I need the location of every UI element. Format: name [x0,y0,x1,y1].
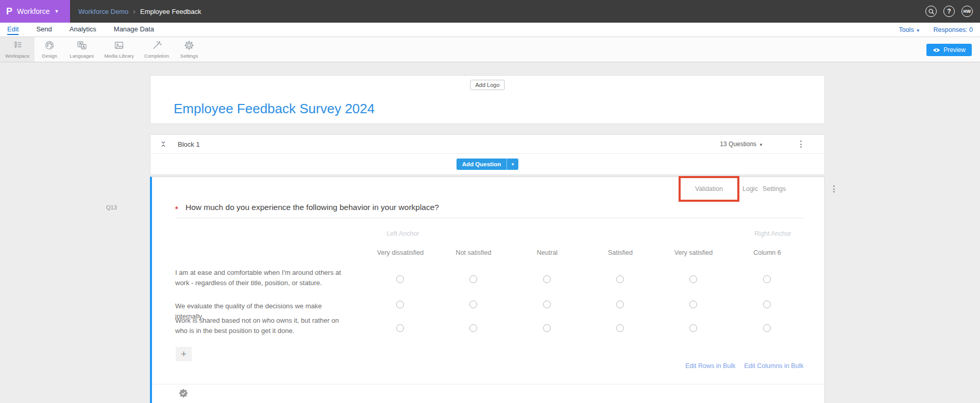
radio-option[interactable] [543,324,551,332]
gear-icon [184,40,194,50]
tab-analytics[interactable]: Analytics [70,24,96,35]
add-logo-button[interactable]: Add Logo [470,80,504,90]
survey-title[interactable]: Employee Feedback Survey 2024 [174,101,375,117]
radio-option[interactable] [689,301,697,308]
editor-toolbar: Workspace Design Languages Media Library… [0,37,980,62]
question-footer-divider [153,384,824,384]
palette-icon [44,40,55,50]
radio-option[interactable] [396,301,404,308]
radio-option[interactable] [616,324,624,332]
toolbar-item-languages[interactable]: Languages [64,37,99,62]
qualtrics-logo: P [6,7,12,16]
chevron-down-icon: ▼ [916,28,920,33]
question-menu-validation[interactable]: Validation [695,185,723,192]
toolbar-item-completion[interactable]: Completion [139,37,174,62]
question-text[interactable]: How much do you experience the following… [185,203,439,212]
nav-right: Tools▼ Responses: 0 [899,26,973,33]
translate-icon [77,40,87,50]
add-question-button[interactable]: Add Question [457,159,506,170]
add-row-button[interactable]: + [176,347,192,361]
radio-option[interactable] [543,275,551,283]
app-canvas: P Workforce ▼ Workforce Demo › Employee … [0,0,980,403]
bulk-edit-links: Edit Rows in Bulk Edit Columns in Bulk [685,362,804,370]
toolbar-item-settings[interactable]: Settings [174,37,204,62]
help-button[interactable]: ? [943,6,955,17]
matrix-column-header[interactable]: Very satisfied [655,249,732,256]
question-menu-logic[interactable]: Logic [742,185,758,192]
matrix-column-header[interactable]: Very dissatisfied [362,249,439,256]
add-question-dropdown[interactable]: ▼ [506,159,518,170]
toolbar-item-label: Workspace [5,53,29,59]
question-text-underline [175,218,804,218]
matrix-column-header[interactable]: Satisfied [582,249,659,256]
breadcrumb: Workforce Demo › Employee Feedback [78,7,201,15]
radio-option[interactable] [616,275,624,283]
survey-nav: Edit Send Analytics Manage Data Tools▼ R… [0,23,980,37]
radio-option[interactable] [763,301,771,308]
question-count-dropdown[interactable]: 13 Questions▼ [720,141,763,148]
matrix-row-statement[interactable]: Work is shared based not on who owns it,… [175,316,348,336]
block-body: Add Question ▼ [150,154,824,174]
toolbar-item-media-library[interactable]: Media Library [99,37,139,62]
chevron-down-icon: ▼ [759,143,763,147]
block-name[interactable]: Block 1 [178,141,200,148]
radio-option[interactable] [396,275,404,283]
question-options-kebab[interactable] [832,184,836,194]
block-card: Block 1 13 Questions▼ Add Question ▼ [150,134,825,175]
breadcrumb-separator: › [133,7,136,15]
toolbar-item-label: Settings [180,53,198,59]
question-menu-settings[interactable]: Settings [763,185,786,192]
toolbar-item-workspace[interactable]: Workspace [0,37,35,62]
matrix-column-header[interactable]: Neutral [509,249,586,256]
validation-badge-icon[interactable] [179,389,188,400]
nav-tabs: Edit Send Analytics Manage Data [7,24,154,35]
tab-send[interactable]: Send [36,24,52,35]
radio-option[interactable] [763,324,771,332]
preview-button[interactable]: Preview [926,44,972,56]
topbar-actions: ? HW [925,6,973,17]
magic-wand-icon [151,40,162,50]
question-card[interactable]: Validation Logic Settings * How much do … [150,177,825,403]
edit-columns-in-bulk-link[interactable]: Edit Columns in Bulk [744,362,803,370]
search-button[interactable] [925,6,937,17]
matrix-column-header[interactable]: Column 6 [729,249,806,256]
chevron-down-icon: ▼ [55,9,59,14]
radio-option[interactable] [469,301,477,308]
tab-manage-data[interactable]: Manage Data [114,24,154,35]
toolbar-item-label: Completion [144,53,169,59]
radio-option[interactable] [689,324,697,332]
radio-option[interactable] [616,301,624,308]
radio-option[interactable] [543,301,551,308]
responses-count[interactable]: Responses: 0 [934,26,973,33]
toolbar-item-label: Design [42,53,58,59]
toolbar-item-label: Languages [70,53,94,59]
toolbar-item-label: Media Library [104,53,134,59]
toolbar-item-design[interactable]: Design [35,37,64,62]
matrix-right-anchor[interactable]: Right Anchor [734,230,812,237]
matrix-left-anchor[interactable]: Left Anchor [364,230,442,237]
collapse-block-icon[interactable] [160,140,167,148]
radio-option[interactable] [469,275,477,283]
radio-option[interactable] [469,324,477,332]
topbar: P Workforce ▼ Workforce Demo › Employee … [0,0,980,23]
radio-option[interactable] [396,324,404,332]
radio-option[interactable] [689,275,697,283]
avatar[interactable]: HW [961,6,973,17]
block-options-kebab[interactable] [799,139,803,149]
block-header: Block 1 13 Questions▼ [150,135,824,154]
tab-edit[interactable]: Edit [7,24,19,35]
radio-option[interactable] [763,275,771,283]
chevron-down-icon: ▼ [511,162,515,167]
search-icon [928,8,935,15]
breadcrumb-parent-link[interactable]: Workforce Demo [78,8,128,15]
survey-header-card: Add Logo Employee Feedback Survey 2024 [150,75,825,124]
edit-rows-in-bulk-link[interactable]: Edit Rows in Bulk [685,362,735,370]
product-switcher[interactable]: P Workforce ▼ [0,0,70,23]
preview-label: Preview [943,46,966,54]
matrix-row-statement[interactable]: I am at ease and comfortable when I'm ar… [175,268,348,288]
tools-dropdown[interactable]: Tools▼ [899,26,920,33]
matrix-column-header[interactable]: Not satisfied [435,249,512,256]
image-icon [114,40,124,50]
add-question-split-button: Add Question ▼ [457,159,518,170]
eye-icon [933,47,940,53]
